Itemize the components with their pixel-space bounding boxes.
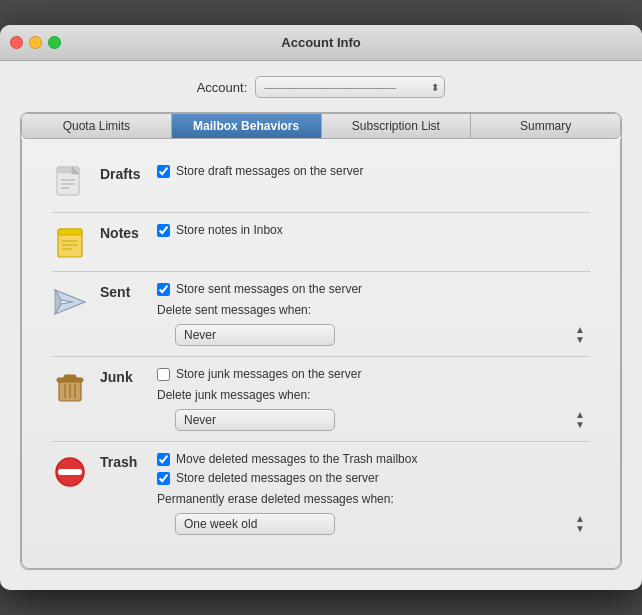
account-dropdown[interactable]: ———————————— ⬍ bbox=[255, 76, 445, 98]
trash-checkbox2-label: Store deleted messages on the server bbox=[176, 471, 379, 485]
tab-quota-limits[interactable]: Quota Limits bbox=[22, 114, 172, 138]
account-arrow-icon: ⬍ bbox=[431, 82, 439, 93]
account-value: ———————————— bbox=[264, 81, 431, 93]
notes-checkbox-label: Store notes in Inbox bbox=[176, 223, 283, 237]
trash-icon bbox=[52, 454, 88, 490]
drafts-checkbox[interactable] bbox=[157, 165, 170, 178]
trash-label: Trash bbox=[100, 454, 145, 470]
notes-checkbox-row[interactable]: Store notes in Inbox bbox=[157, 223, 590, 237]
trash-dropdown-arrow-icon: ▲▼ bbox=[575, 514, 585, 534]
tab-summary[interactable]: Summary bbox=[471, 114, 620, 138]
svg-rect-7 bbox=[58, 229, 82, 235]
trash-svg-icon bbox=[54, 456, 86, 488]
junk-dropdown-arrow-icon: ▲▼ bbox=[575, 410, 585, 430]
trash-checkbox1-row[interactable]: Move deleted messages to the Trash mailb… bbox=[157, 452, 590, 466]
svg-rect-21 bbox=[58, 469, 82, 475]
drafts-checkbox-label: Store draft messages on the server bbox=[176, 164, 363, 178]
section-sent: Sent Store sent messages on the server D… bbox=[52, 272, 590, 357]
sent-svg-icon bbox=[53, 286, 87, 318]
trash-select-wrap: Never One day old One week old One month… bbox=[175, 513, 590, 535]
trash-checkbox1[interactable] bbox=[157, 453, 170, 466]
trash-dropdown-label: Permanently erase deleted messages when: bbox=[157, 492, 590, 506]
content-area: Account: ———————————— ⬍ Quota Limits Mai… bbox=[0, 61, 642, 590]
sent-checkbox-label: Store sent messages on the server bbox=[176, 282, 362, 296]
drafts-checkbox-row[interactable]: Store draft messages on the server bbox=[157, 164, 590, 178]
tab-mailbox-behaviors[interactable]: Mailbox Behaviors bbox=[172, 114, 322, 138]
svg-rect-15 bbox=[64, 375, 76, 379]
section-drafts: Drafts Store draft messages on the serve… bbox=[52, 154, 590, 213]
sent-select-wrap: Never One day old One week old One month… bbox=[175, 324, 590, 346]
junk-delete-dropdown[interactable]: Never One day old One week old One month… bbox=[175, 409, 335, 431]
junk-select-wrap: Never One day old One week old One month… bbox=[175, 409, 590, 431]
tab-subscription-list[interactable]: Subscription List bbox=[322, 114, 472, 138]
section-junk: Junk Store junk messages on the server D… bbox=[52, 357, 590, 442]
notes-controls: Store notes in Inbox bbox=[157, 223, 590, 237]
notes-icon bbox=[52, 225, 88, 261]
notes-label: Notes bbox=[100, 225, 145, 241]
tabs-panel-wrapper: Quota Limits Mailbox Behaviors Subscript… bbox=[20, 112, 622, 570]
sent-label: Sent bbox=[100, 284, 145, 300]
trash-erase-dropdown[interactable]: Never One day old One week old One month… bbox=[175, 513, 335, 535]
maximize-button[interactable] bbox=[48, 36, 61, 49]
trash-checkbox1-label: Move deleted messages to the Trash mailb… bbox=[176, 452, 417, 466]
junk-icon bbox=[52, 369, 88, 405]
junk-checkbox-row[interactable]: Store junk messages on the server bbox=[157, 367, 590, 381]
junk-svg-icon bbox=[54, 369, 86, 405]
drafts-svg-icon bbox=[55, 166, 85, 202]
notes-svg-icon bbox=[56, 227, 84, 259]
tabs-bar: Quota Limits Mailbox Behaviors Subscript… bbox=[21, 113, 621, 139]
account-label: Account: bbox=[197, 80, 248, 95]
trash-checkbox2-row[interactable]: Store deleted messages on the server bbox=[157, 471, 590, 485]
sent-delete-dropdown[interactable]: Never One day old One week old One month… bbox=[175, 324, 335, 346]
sent-dropdown-arrow-icon: ▲▼ bbox=[575, 325, 585, 345]
sent-icon bbox=[52, 284, 88, 320]
trash-controls: Move deleted messages to the Trash mailb… bbox=[157, 452, 590, 535]
panel-mailbox-behaviors: Drafts Store draft messages on the serve… bbox=[21, 139, 621, 569]
account-row: Account: ———————————— ⬍ bbox=[20, 76, 622, 98]
section-trash: Trash Move deleted messages to the Trash… bbox=[52, 442, 590, 545]
window: Account Info Account: ———————————— ⬍ Quo… bbox=[0, 25, 642, 590]
junk-dropdown-label: Delete junk messages when: bbox=[157, 388, 590, 402]
close-button[interactable] bbox=[10, 36, 23, 49]
minimize-button[interactable] bbox=[29, 36, 42, 49]
notes-checkbox[interactable] bbox=[157, 224, 170, 237]
sent-checkbox[interactable] bbox=[157, 283, 170, 296]
trash-checkbox2[interactable] bbox=[157, 472, 170, 485]
drafts-label: Drafts bbox=[100, 166, 145, 182]
titlebar: Account Info bbox=[0, 25, 642, 61]
junk-controls: Store junk messages on the server Delete… bbox=[157, 367, 590, 431]
window-title: Account Info bbox=[281, 35, 360, 50]
traffic-lights bbox=[10, 36, 61, 49]
sent-dropdown-label: Delete sent messages when: bbox=[157, 303, 590, 317]
junk-label: Junk bbox=[100, 369, 145, 385]
section-notes: Notes Store notes in Inbox bbox=[52, 213, 590, 272]
junk-checkbox[interactable] bbox=[157, 368, 170, 381]
drafts-controls: Store draft messages on the server bbox=[157, 164, 590, 178]
sent-checkbox-row[interactable]: Store sent messages on the server bbox=[157, 282, 590, 296]
junk-checkbox-label: Store junk messages on the server bbox=[176, 367, 361, 381]
sent-controls: Store sent messages on the server Delete… bbox=[157, 282, 590, 346]
drafts-icon bbox=[52, 166, 88, 202]
